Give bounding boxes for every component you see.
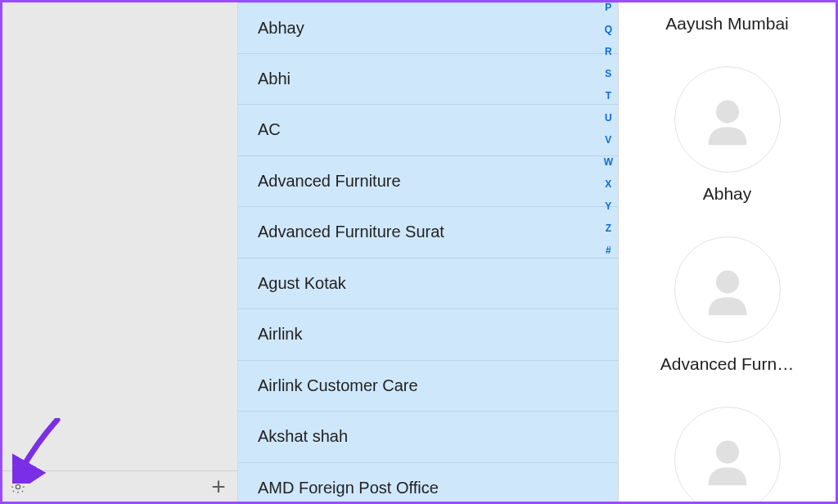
add-button[interactable]: + — [200, 471, 237, 502]
contact-row[interactable]: Akshat shah — [238, 412, 618, 463]
avatar — [674, 407, 781, 502]
contact-row[interactable]: AMD Foreign Post Office — [238, 463, 618, 502]
contact-name: AMD Foreign Post Office — [258, 479, 439, 497]
gear-icon — [10, 479, 26, 495]
contact-row[interactable]: Airlink — [238, 309, 618, 361]
index-letter[interactable]: X — [605, 179, 611, 189]
index-letter[interactable]: W — [604, 157, 613, 167]
contact-card[interactable]: Abhay — [619, 34, 836, 204]
person-icon — [696, 428, 759, 492]
index-letter[interactable]: S — [605, 69, 611, 79]
contact-row[interactable]: AC — [238, 105, 618, 156]
avatar — [674, 66, 781, 173]
contact-name: Abhi — [258, 70, 291, 88]
settings-button[interactable] — [2, 471, 34, 502]
index-letter[interactable]: T — [606, 91, 611, 101]
contact-card[interactable] — [619, 374, 836, 502]
contact-name: Akshat shah — [258, 427, 348, 446]
contact-row[interactable]: Abhi — [238, 54, 618, 106]
contact-name: Airlink — [258, 325, 302, 344]
person-icon — [696, 258, 759, 322]
contact-row[interactable]: Abhay — [238, 2, 618, 54]
index-letter[interactable]: P — [605, 2, 611, 12]
contact-row[interactable]: Agust Kotak — [238, 259, 618, 310]
contact-name: Agust Kotak — [258, 274, 346, 293]
contact-name: AC — [258, 120, 281, 139]
index-letter[interactable]: Z — [606, 223, 611, 233]
index-letter[interactable]: # — [606, 245, 611, 255]
detail-pane: Aayush Mumbai Abhay Advanced Furn… — [618, 2, 836, 502]
contact-list-pane: Abhay Abhi AC Advanced Furniture Advance… — [238, 2, 618, 502]
avatar — [674, 236, 781, 343]
index-letter[interactable]: V — [605, 135, 611, 145]
index-letter[interactable]: Y — [605, 201, 611, 211]
index-letter[interactable]: U — [605, 113, 612, 123]
contact-row[interactable]: Advanced Furniture — [238, 156, 618, 208]
contact-name: Abhay — [258, 19, 304, 38]
svg-point-0 — [16, 484, 20, 488]
card-name: Advanced Furn… — [660, 354, 794, 374]
plus-icon: + — [211, 473, 226, 501]
index-letter[interactable]: R — [605, 47, 612, 56]
contact-list[interactable]: Abhay Abhi AC Advanced Furniture Advance… — [238, 2, 618, 502]
svg-point-2 — [715, 101, 738, 124]
sidebar-toolbar: + — [2, 470, 237, 502]
svg-point-3 — [715, 271, 738, 294]
index-letter[interactable]: Q — [605, 25, 612, 34]
contact-card[interactable]: Aayush Mumbai — [619, 2, 836, 34]
app-window: + Abhay Abhi AC Advanced Furniture Advan… — [0, 0, 838, 504]
card-name: Abhay — [703, 184, 752, 204]
svg-point-4 — [715, 441, 738, 464]
contact-row[interactable]: Advanced Furniture Surat — [238, 207, 618, 259]
contact-name: Advanced Furniture Surat — [258, 223, 444, 241]
alpha-index[interactable]: P Q R S T U V W X Y Z # — [604, 2, 613, 255]
person-icon — [696, 88, 759, 151]
card-name: Aayush Mumbai — [665, 14, 789, 34]
contact-name: Airlink Customer Care — [258, 376, 418, 395]
contact-card[interactable]: Advanced Furn… — [619, 204, 836, 374]
contact-row[interactable]: Airlink Customer Care — [238, 361, 618, 412]
contact-name: Advanced Furniture — [258, 172, 401, 191]
sidebar: + — [2, 2, 238, 502]
